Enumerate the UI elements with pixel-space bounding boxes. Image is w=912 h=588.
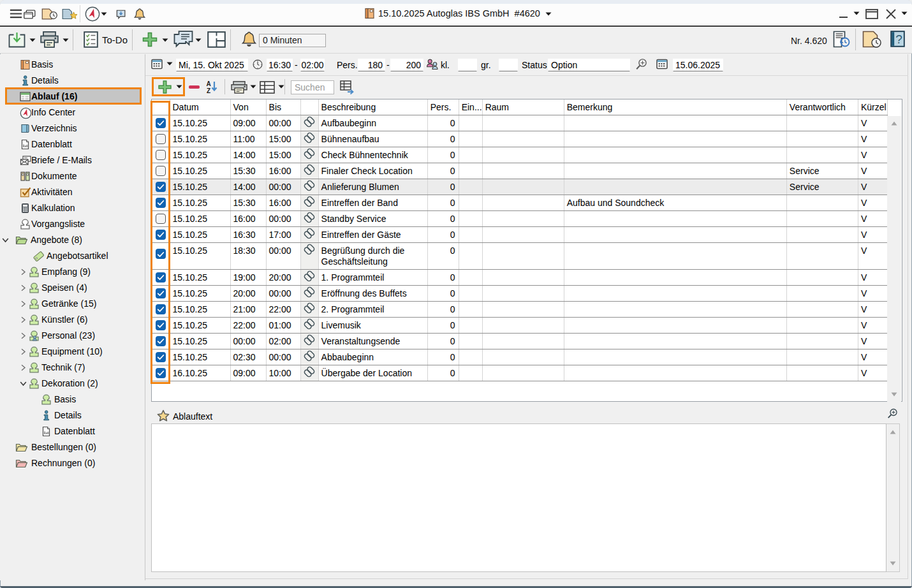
svg-text:?: ?: [895, 33, 902, 46]
svg-text:Z: Z: [207, 87, 210, 94]
svg-text:A: A: [206, 80, 210, 87]
